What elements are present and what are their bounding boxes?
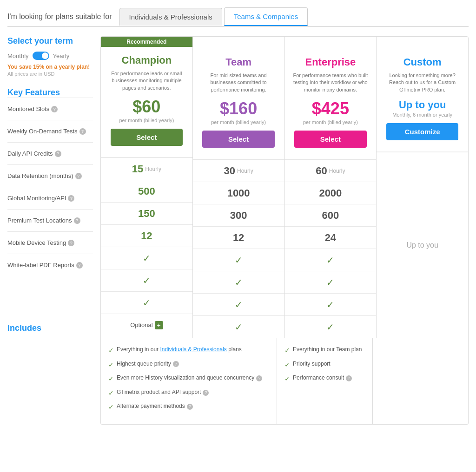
feature-num-champion-2: 150 [138, 208, 155, 220]
feature-label-2: Daily API Credits? [7, 142, 93, 164]
plan-price-sub-enterprise: per month (billed yearly) [291, 119, 371, 125]
feature-cell-champion-3: 12 [101, 224, 192, 247]
select-btn-team[interactable]: Select [202, 131, 274, 148]
check-icon-champion-6: ✓ [143, 297, 151, 308]
feature-label-5: Premium Test Locations? [7, 209, 93, 231]
help-icon-sm[interactable]: ? [203, 390, 209, 396]
feature-cell-champion-1: 500 [101, 180, 192, 202]
plan-header-champion: ChampionFor performance leads or small b… [101, 47, 192, 157]
feature-cell-team-5: ✓ [193, 271, 284, 293]
feature-cell-team-0: 30Hourly [193, 159, 284, 182]
includes-custom [373, 338, 468, 424]
help-icon-sm[interactable]: ? [346, 375, 352, 381]
plan-header-custom: CustomLooking for something more? Reach … [377, 49, 468, 152]
include-enterprise-0: ✓Everything in our Team plan [284, 346, 365, 355]
sidebar: Select your term Monthly Yearly You save… [7, 36, 100, 425]
tab-individuals[interactable]: Individuals & Professionals [119, 8, 222, 26]
include-champion-0: ✓Everything in our Individuals & Profess… [108, 346, 269, 355]
features-sidebar: Monitored Slots?Weekly On-Demand Tests?D… [7, 98, 93, 276]
optional-label: Optional [130, 321, 152, 328]
feature-num-team-2: 300 [230, 210, 247, 222]
include-text: Performance consult? [293, 374, 352, 382]
select-btn-enterprise[interactable]: Select [294, 131, 366, 148]
include-check-icon: ✓ [284, 346, 290, 355]
plan-col-champion: RecommendedChampionFor performance leads… [101, 37, 193, 338]
plans-container: RecommendedChampionFor performance leads… [100, 36, 469, 338]
includes-title: Includes [7, 312, 41, 333]
monthly-label: Monthly [7, 52, 29, 59]
feature-cell-team-6: ✓ [193, 293, 284, 315]
help-icon[interactable]: ? [68, 195, 74, 202]
header: I'm looking for plans suitable for Indiv… [7, 7, 469, 27]
check-icon-enterprise-5: ✓ [326, 277, 334, 288]
feature-cell-enterprise-3: 24 [285, 226, 377, 249]
feature-num-champion-3: 12 [141, 230, 152, 242]
feature-num-enterprise-3: 24 [325, 232, 336, 244]
no-banner [193, 37, 284, 49]
help-icon[interactable]: ? [68, 240, 74, 246]
feature-label-4: Global Monitoring/API? [7, 187, 93, 209]
check-icon-champion-5: ✓ [143, 275, 151, 286]
plan-name-champion: Champion [106, 54, 187, 66]
plan-price-enterprise: $425 [291, 99, 371, 118]
plan-header-team: TeamFor mid-sized teams and businesses c… [193, 49, 284, 159]
help-icon[interactable]: ? [76, 262, 83, 269]
key-features-title: Key Features [7, 88, 93, 98]
feature-cell-enterprise-4: ✓ [285, 249, 377, 271]
include-check-icon: ✓ [108, 403, 114, 412]
help-icon-sm[interactable]: ? [173, 361, 179, 367]
help-icon[interactable]: ? [75, 173, 82, 179]
include-link[interactable]: Individuals & Professionals [160, 346, 226, 353]
include-check-icon: ✓ [108, 389, 114, 398]
feature-sub-champion-0: Hourly [145, 166, 161, 172]
check-icon-team-4: ✓ [235, 255, 243, 266]
plan-desc-champion: For performance leads or small businesse… [106, 70, 187, 93]
include-text: Even more History visualization and queu… [117, 374, 262, 382]
term-section: Select your term Monthly Yearly You save… [7, 36, 93, 77]
custom-up-to-you: Up to you [377, 152, 468, 338]
feature-cell-enterprise-7: ✓ [285, 315, 377, 338]
help-icon[interactable]: ? [79, 128, 86, 135]
optional-plus-btn[interactable]: + [155, 321, 163, 329]
toggle-row: Monthly Yearly [7, 52, 93, 60]
plan-col-custom: CustomLooking for something more? Reach … [377, 37, 468, 338]
select-btn-champion[interactable]: Select [111, 129, 183, 146]
toggle-knob [42, 52, 48, 59]
feature-sub-team-0: Hourly [237, 168, 253, 174]
help-icon-sm[interactable]: ? [256, 375, 262, 381]
feature-cell-champion-5: ✓ [101, 269, 192, 291]
feature-cell-champion-4: ✓ [101, 247, 192, 269]
main-content: Select your term Monthly Yearly You save… [7, 36, 469, 425]
no-banner [285, 37, 377, 49]
plan-price-sub-custom: Monthly, 6 month or yearly [382, 112, 463, 118]
tab-teams[interactable]: Teams & Companies [224, 7, 308, 26]
feature-num-enterprise-2: 600 [322, 210, 339, 222]
plan-price-sub-champion: per month (billed yearly) [106, 118, 187, 123]
include-check-icon: ✓ [108, 374, 114, 384]
help-icon[interactable]: ? [51, 106, 58, 112]
page: I'm looking for plans suitable for Indiv… [0, 0, 476, 472]
feature-label-7: White-label PDF Reports? [7, 254, 93, 276]
feature-cell-enterprise-2: 600 [285, 204, 377, 226]
plan-price-team: $160 [198, 99, 279, 118]
plan-desc-enterprise: For performance teams who built testing … [291, 72, 371, 95]
recommended-banner: Recommended [101, 37, 192, 47]
yearly-label: Yearly [53, 52, 70, 59]
check-icon-team-5: ✓ [235, 277, 243, 288]
billing-toggle[interactable] [33, 52, 49, 60]
include-text: GTmetrix product and API support? [117, 388, 209, 396]
include-champion-3: ✓GTmetrix product and API support? [108, 388, 269, 398]
include-enterprise-1: ✓Priority support [284, 360, 365, 370]
help-icon[interactable]: ? [74, 217, 80, 224]
plan-col-enterprise: EnterpriseFor performance teams who buil… [285, 37, 377, 338]
feature-num-team-1: 1000 [227, 187, 250, 199]
feature-num-champion-1: 500 [138, 185, 155, 197]
feature-cell-enterprise-0: 60Hourly [285, 159, 377, 182]
select-btn-custom[interactable]: Customize [386, 123, 458, 140]
help-icon[interactable]: ? [55, 151, 61, 157]
help-icon-sm[interactable]: ? [187, 404, 193, 410]
include-text: Priority support [293, 360, 331, 368]
include-enterprise-2: ✓Performance consult? [284, 374, 365, 384]
check-icon-team-6: ✓ [235, 299, 243, 310]
feature-sub-enterprise-0: Hourly [329, 168, 345, 174]
